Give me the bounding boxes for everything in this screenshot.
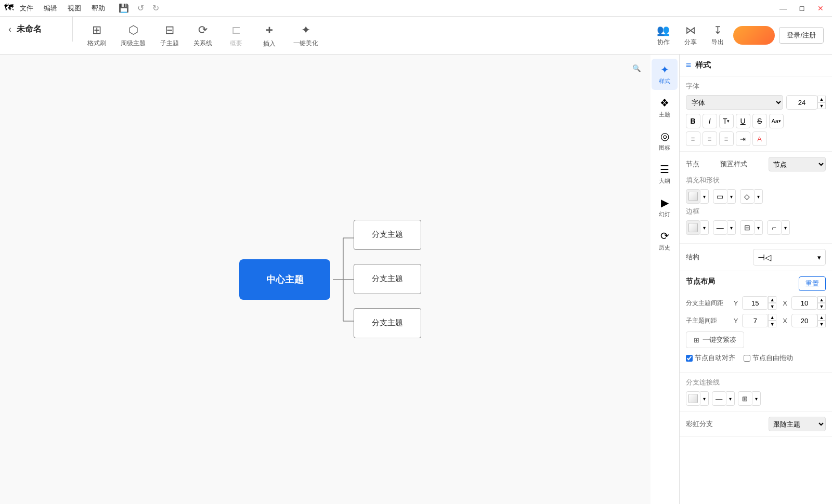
branch-node-1[interactable]: 分支主题 [354, 220, 421, 250]
font-size-up[interactable]: ▲ [817, 96, 826, 102]
right-container: ✦ 样式 ❖ 主题 ◎ 图标 ☰ 大纲 ▶ 幻灯 ⟳ 历史 [651, 55, 832, 504]
onekey-icon: ✦ [301, 23, 310, 37]
tab-style[interactable]: ✦ 样式 [652, 59, 678, 90]
text-style-button[interactable]: T▾ [719, 114, 734, 128]
bold-button[interactable]: B [686, 114, 700, 128]
connect-color-dropdown[interactable]: ▾ [700, 391, 709, 406]
branch-x-up[interactable]: ▲ [817, 296, 826, 303]
collab-button[interactable]: 👥 协作 [652, 22, 675, 49]
border-color-dropdown[interactable]: ▾ [700, 220, 709, 235]
border-width-dropdown[interactable]: ▾ [755, 220, 763, 235]
one-click-compact-button[interactable]: ⊞ 一键变紧凑 [686, 331, 744, 348]
save-button[interactable]: 💾 [115, 2, 132, 14]
toolbar-child-topic[interactable]: ⊟ 子主题 [154, 20, 185, 51]
tab-outline[interactable]: ☰ 大纲 [652, 158, 678, 190]
login-button[interactable]: 登录/注册 [779, 27, 824, 44]
canvas-area[interactable]: 🔍 中心主题 [0, 55, 651, 504]
one-click-label: 一键变紧凑 [703, 335, 736, 344]
sub-x-down[interactable]: ▼ [817, 321, 826, 327]
maximize-button[interactable]: □ [795, 1, 809, 16]
sub-y-input[interactable] [742, 314, 768, 327]
text-color-button[interactable]: A [752, 131, 767, 146]
connect-style-button[interactable]: — [712, 391, 726, 406]
auto-align-label[interactable]: 节点自动对齐 [686, 353, 735, 363]
branch-node-2[interactable]: 分支主题 [354, 264, 421, 294]
tab-slide[interactable]: ▶ 幻灯 [652, 192, 678, 223]
underline-button[interactable]: U [736, 114, 750, 128]
toolbar-relation[interactable]: ⟳ 关系线 [187, 20, 218, 51]
center-node[interactable]: 中心主题 [239, 259, 330, 300]
reset-button[interactable]: 重置 [799, 276, 826, 291]
connect-style-dropdown[interactable]: ▾ [726, 391, 735, 406]
minimize-button[interactable]: — [776, 1, 790, 16]
menu-help[interactable]: 帮助 [89, 3, 107, 14]
font-select[interactable]: 字体 [686, 95, 783, 110]
branch-node-3[interactable]: 分支主题 [354, 308, 421, 338]
align-right-button[interactable]: ≡ [719, 131, 734, 146]
branch-y-up[interactable]: ▲ [768, 296, 776, 303]
shape-rect-button[interactable]: ▭ [713, 189, 727, 204]
border-color-button[interactable] [686, 220, 700, 235]
fill-color-dropdown[interactable]: ▾ [700, 189, 709, 204]
sub-y-down[interactable]: ▼ [768, 321, 776, 327]
export-button[interactable]: ↧ 导出 [706, 22, 729, 49]
border-style-dropdown[interactable]: ▾ [727, 220, 736, 235]
checkbox-row: 节点自动对齐 节点自由拖动 [686, 353, 826, 363]
relation-label: 关系线 [193, 39, 212, 48]
rainbow-select[interactable]: 跟随主题 [769, 417, 826, 431]
sub-x-up[interactable]: ▲ [817, 314, 826, 321]
toolbar-parent-topic[interactable]: ⬡ 周级主题 [114, 20, 152, 51]
border-radius-button[interactable]: ⌐ [767, 220, 782, 235]
redo-button[interactable]: ↻ [149, 2, 162, 14]
align-center-button[interactable]: ≡ [703, 131, 717, 146]
shape-dropdown[interactable]: ▾ [727, 189, 736, 204]
toolbar-format[interactable]: ⊞ 格式刷 [81, 20, 112, 51]
toolbar-summary[interactable]: ⊏ 概要 [220, 20, 252, 51]
indent-button[interactable]: ⇥ [736, 131, 750, 146]
share-button[interactable]: ⋈ 分享 [679, 22, 702, 49]
strikethrough-button[interactable]: S [752, 114, 767, 128]
border-width-button[interactable]: ⊟ [740, 220, 755, 235]
branch-x-input[interactable] [791, 296, 817, 310]
center-node-text: 中心主题 [266, 273, 304, 286]
undo-button[interactable]: ↺ [134, 2, 147, 14]
border-radius-dropdown[interactable]: ▾ [782, 220, 790, 235]
structure-section: 结构 ⊣◁ ▾ [680, 244, 832, 271]
connect-color-button[interactable] [686, 391, 700, 406]
toolbar-onekey[interactable]: ✦ 一键美化 [287, 20, 324, 51]
menu-file[interactable]: 文件 [18, 3, 35, 14]
auto-align-checkbox[interactable] [686, 355, 693, 362]
font-size-down[interactable]: ▼ [817, 102, 826, 109]
font-size-input[interactable] [786, 95, 817, 110]
mindmap: 中心主题 分支主题 分支主题 分支主题 [229, 202, 421, 357]
border-style-button[interactable]: — [713, 220, 727, 235]
italic-button[interactable]: I [703, 114, 717, 128]
align-left-button[interactable]: ≡ [686, 131, 700, 146]
branch-y-input[interactable] [742, 296, 768, 310]
connect-endpoint-button[interactable]: ⊞ [738, 391, 752, 406]
fill-color-button[interactable] [686, 189, 700, 204]
back-button[interactable]: ‹ [8, 24, 11, 35]
free-drag-checkbox[interactable] [744, 355, 750, 362]
tab-history[interactable]: ⟳ 历史 [652, 225, 678, 256]
tab-theme[interactable]: ❖ 主题 [652, 92, 678, 123]
sub-x-input[interactable] [791, 314, 817, 327]
menu-view[interactable]: 视图 [66, 3, 83, 14]
connect-endpoint-dropdown[interactable]: ▾ [752, 391, 761, 406]
branch-x-down[interactable]: ▼ [817, 303, 826, 310]
slide-tab-icon: ▶ [661, 196, 669, 209]
menu-edit[interactable]: 编辑 [42, 3, 59, 14]
toolbar-insert[interactable]: + 插入 [254, 20, 285, 51]
case-button[interactable]: Aa▾ [769, 114, 784, 128]
structure-select[interactable]: ⊣◁ ▾ [753, 249, 826, 266]
insert-label: 插入 [263, 39, 276, 48]
shape-diamond-button[interactable]: ◇ [740, 189, 755, 204]
close-button[interactable]: ✕ [813, 1, 828, 16]
branch-y-down[interactable]: ▼ [768, 303, 776, 310]
format-icon: ⊞ [92, 23, 101, 37]
tab-icon[interactable]: ◎ 图标 [652, 125, 678, 156]
free-drag-label[interactable]: 节点自由拖动 [744, 353, 793, 363]
shape-diamond-dropdown[interactable]: ▾ [755, 189, 763, 204]
preset-select[interactable]: 节点 [769, 157, 826, 171]
sub-y-up[interactable]: ▲ [768, 314, 776, 321]
